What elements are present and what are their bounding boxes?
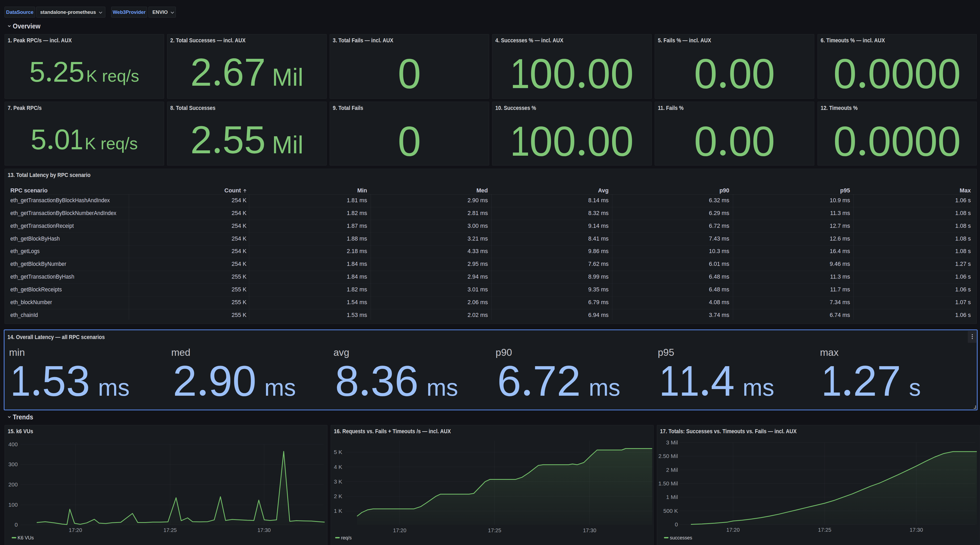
svg-text:17:25: 17:25 (163, 527, 177, 533)
svg-text:5 K: 5 K (334, 449, 342, 455)
svg-text:2 K: 2 K (334, 493, 342, 499)
svg-text:3 K: 3 K (334, 478, 342, 484)
svg-text:0: 0 (14, 521, 18, 528)
svg-text:17:20: 17:20 (393, 527, 406, 533)
svg-text:17:30: 17:30 (258, 527, 271, 533)
svg-text:1.50 Mil: 1.50 Mil (659, 480, 678, 486)
svg-text:17:20: 17:20 (69, 527, 82, 533)
svg-text:0: 0 (675, 521, 678, 527)
svg-text:2.50 Mil: 2.50 Mil (659, 453, 678, 459)
svg-text:1 K: 1 K (334, 508, 342, 514)
svg-text:4 K: 4 K (334, 464, 342, 470)
svg-text:1 Mil: 1 Mil (666, 494, 678, 500)
svg-text:3 Mil: 3 Mil (666, 439, 678, 445)
svg-text:500 K: 500 K (663, 508, 678, 514)
svg-text:17:30: 17:30 (583, 527, 596, 533)
svg-text:17:25: 17:25 (488, 527, 501, 533)
svg-text:17:25: 17:25 (818, 527, 831, 533)
svg-text:17:30: 17:30 (910, 527, 923, 533)
svg-text:200: 200 (8, 481, 18, 488)
svg-text:100: 100 (8, 502, 18, 508)
svg-text:400: 400 (8, 441, 18, 447)
svg-text:300: 300 (8, 461, 18, 467)
svg-text:2 Mil: 2 Mil (666, 467, 678, 473)
svg-text:17:20: 17:20 (727, 527, 740, 533)
